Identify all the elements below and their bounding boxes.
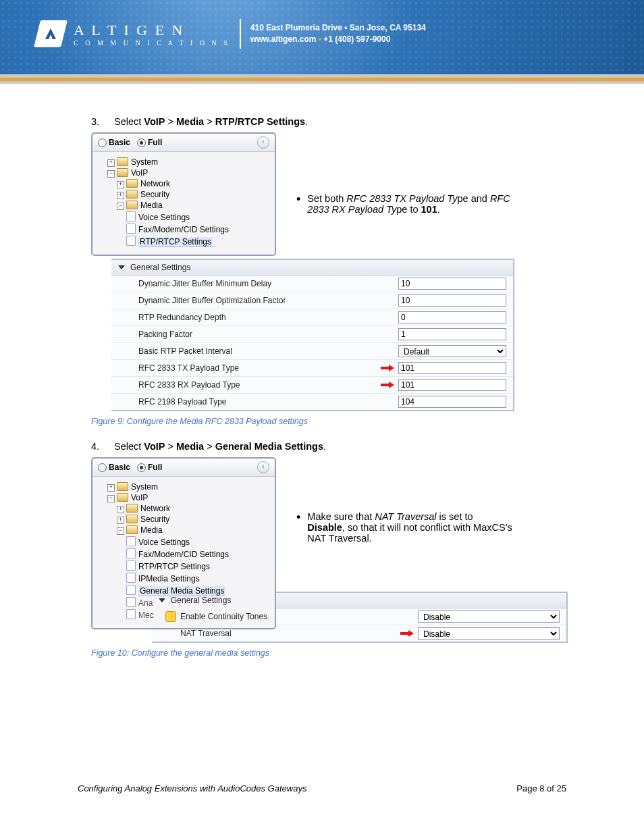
view-full-radio[interactable]: Full: [137, 138, 162, 147]
jitter-min-delay-input[interactable]: [398, 278, 506, 290]
tree-voip[interactable]: −VoIP +Network +Security −Media Voice Se…: [107, 168, 269, 246]
setting-label: RFC 2833 RX Payload Type: [138, 380, 381, 390]
tree-security[interactable]: +Security: [117, 190, 269, 199]
highlight-arrow-icon: [381, 365, 394, 371]
setting-label: Basic RTP Packet Interval: [138, 346, 398, 356]
view-basic-radio[interactable]: Basic: [98, 138, 130, 147]
packing-factor-input[interactable]: [398, 328, 506, 340]
nav-tree: +System −VoIP +Network +Security −Media …: [92, 477, 275, 628]
tree-network[interactable]: +Network: [117, 504, 269, 513]
highlight-arrow-icon: [400, 630, 414, 637]
page-number: Page 8 of 25: [516, 783, 566, 793]
document-title: Configuring Analog Extensions with Audio…: [78, 783, 306, 793]
tree-ipmedia-settings[interactable]: IPMedia Settings: [126, 573, 269, 583]
lightning-icon: ⚡: [165, 611, 176, 622]
tree-fax-settings[interactable]: Fax/Modem/CID Settings: [126, 224, 269, 234]
setting-label: NAT Traversal: [180, 629, 400, 638]
page-footer: Configuring Analog Extensions with Audio…: [78, 783, 566, 793]
company-logo-icon: [34, 20, 68, 47]
rfc2833-rx-input[interactable]: [398, 379, 506, 391]
section-header[interactable]: General Settings: [111, 260, 513, 276]
tree-general-media-settings[interactable]: General Media Settings: [126, 585, 269, 596]
company-address: 410 East Plumeria Drive • San Jose, CA 9…: [250, 22, 426, 45]
setting-label: Enable Continuity Tones: [180, 612, 418, 621]
tree-system[interactable]: +System: [107, 157, 269, 167]
view-basic-radio[interactable]: Basic: [98, 463, 130, 472]
rtp-interval-select[interactable]: Default: [398, 345, 506, 357]
setting-label: Dynamic Jitter Buffer Minimum Delay: [138, 279, 398, 288]
step-3-bullet: • Set both RFC 2833 TX Payload Type and …: [296, 193, 512, 215]
tree-security[interactable]: +Security: [117, 515, 269, 524]
rtp-settings-table: General Settings Dynamic Jitter Buffer M…: [111, 259, 514, 411]
step-text: Select VoIP > Media > General Media Sett…: [114, 441, 326, 452]
tree-network[interactable]: +Network: [117, 179, 269, 188]
tree-media[interactable]: −Media Voice Settings Fax/Modem/CID Sett…: [117, 201, 269, 246]
tree-system[interactable]: +System: [107, 482, 269, 492]
company-name: A L T I G E N C O M M U N I C A T I O N …: [74, 22, 230, 47]
setting-label: RFC 2833 TX Payload Type: [138, 363, 381, 373]
setting-label: RFC 2198 Payload Type: [138, 397, 398, 407]
highlight-arrow-icon: [381, 382, 394, 388]
setting-label: Packing Factor: [138, 330, 398, 339]
header-banner: A L T I G E N C O M M U N I C A T I O N …: [0, 0, 644, 74]
tree-rtp-settings[interactable]: RTP/RTCP Settings: [126, 561, 269, 571]
chevron-down-icon: [159, 598, 165, 602]
rfc2833-tx-input[interactable]: [398, 362, 506, 374]
step-number: 4.: [91, 441, 103, 452]
general-media-table: General Settings ⚡Enable Continuity Tone…: [152, 592, 568, 643]
nav-tree: +System −VoIP +Network +Security −Media …: [92, 152, 275, 255]
chevron-down-icon: [118, 265, 125, 269]
tree-voice-settings[interactable]: Voice Settings: [126, 211, 269, 222]
collapse-icon[interactable]: ‹: [257, 461, 269, 473]
jitter-opt-factor-input[interactable]: [398, 294, 506, 307]
nav-panel: Basic Full ‹ +System −VoIP +Network +Sec…: [91, 132, 276, 256]
step-number: 3.: [91, 116, 103, 127]
step-text: Select VoIP > Media > RTP/RTCP Settings.: [114, 116, 308, 127]
step-4: 4. Select VoIP > Media > General Media S…: [91, 441, 566, 452]
rfc2198-input[interactable]: [398, 396, 506, 408]
setting-label: RTP Redundancy Depth: [138, 313, 398, 322]
figure-10-caption: Figure 10: Configure the general media s…: [91, 648, 566, 658]
continuity-tones-select[interactable]: Disable: [418, 610, 560, 623]
divider-stripes: [0, 74, 644, 84]
collapse-icon[interactable]: ‹: [257, 136, 269, 149]
tree-voice-settings[interactable]: Voice Settings: [126, 536, 269, 547]
rtp-redundancy-input[interactable]: [398, 311, 506, 323]
step-4-bullet: • Make sure that NAT Traversal is set to…: [296, 511, 512, 544]
setting-label: Dynamic Jitter Buffer Optimization Facto…: [138, 296, 398, 305]
tree-media[interactable]: −Media Voice Settings Fax/Modem/CID Sett…: [117, 525, 269, 620]
tree-rtp-settings[interactable]: RTP/RTCP Settings: [126, 236, 269, 246]
tree-fax-settings[interactable]: Fax/Modem/CID Settings: [126, 548, 269, 559]
step-3: 3. Select VoIP > Media > RTP/RTCP Settin…: [91, 116, 566, 127]
view-full-radio[interactable]: Full: [137, 463, 162, 472]
nat-traversal-select[interactable]: Disable: [418, 627, 560, 640]
figure-9-caption: Figure 9: Configure the Media RFC 2833 P…: [91, 417, 566, 426]
